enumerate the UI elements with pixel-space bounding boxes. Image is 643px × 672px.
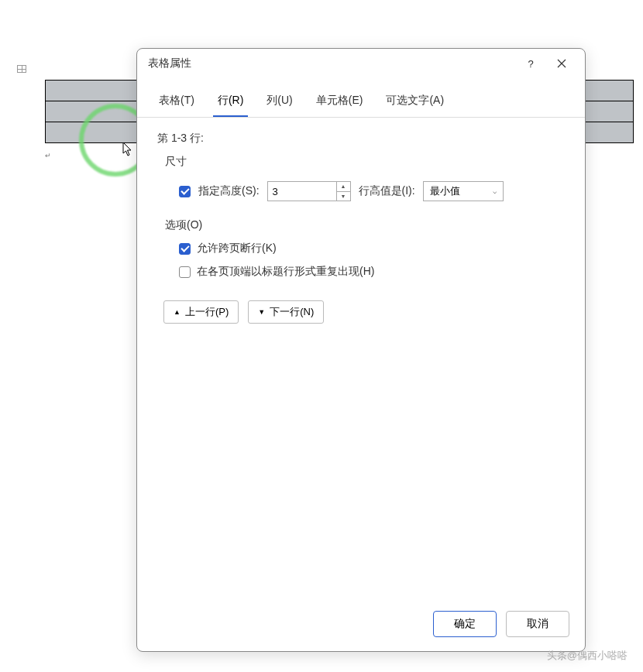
dialog-titlebar: 表格属性 ? — [137, 49, 585, 83]
size-section-label: 尺寸 — [165, 155, 565, 169]
allow-break-checkbox[interactable] — [179, 243, 191, 255]
height-row: 指定高度(S): ▲ ▼ 行高值是(I): 最小值 ⌵ — [179, 181, 565, 201]
tab-column[interactable]: 列(U) — [262, 89, 297, 117]
row-height-type-select[interactable]: 最小值 ⌵ — [423, 181, 504, 201]
tab-row[interactable]: 行(R) — [213, 89, 248, 117]
help-button[interactable]: ? — [515, 53, 546, 74]
repeat-header-label: 在各页顶端以标题行形式重复出现(H) — [197, 265, 374, 279]
next-row-button[interactable]: ▼ 下一行(N) — [248, 300, 324, 324]
height-input[interactable] — [268, 182, 336, 201]
allow-break-label: 允许跨页断行(K) — [197, 242, 277, 255]
spinner-down[interactable]: ▼ — [337, 192, 350, 201]
close-icon — [557, 59, 566, 68]
specify-height-label: 指定高度(S): — [198, 184, 260, 198]
paragraph-mark: ↵ — [45, 152, 51, 159]
tab-cell[interactable]: 单元格(E) — [311, 89, 368, 117]
cursor-icon — [122, 142, 135, 159]
triangle-down-icon: ▼ — [258, 308, 265, 316]
row-nav-buttons: ▲ 上一行(P) ▼ 下一行(N) — [163, 300, 565, 324]
height-spinner[interactable]: ▲ ▼ — [267, 181, 351, 201]
options-section-label: 选项(O) — [165, 218, 565, 232]
repeat-header-row: 在各页顶端以标题行形式重复出现(H) — [179, 265, 565, 279]
dialog-content: 第 1-3 行: 尺寸 指定高度(S): ▲ ▼ 行高值是(I): 最小值 ⌵ … — [137, 118, 585, 602]
table-move-handle — [17, 65, 26, 73]
select-value: 最小值 — [430, 184, 460, 198]
dialog-footer: 确定 取消 — [137, 602, 585, 651]
allow-break-row: 允许跨页断行(K) — [179, 242, 565, 255]
prev-row-button[interactable]: ▲ 上一行(P) — [163, 300, 239, 324]
close-button[interactable] — [546, 53, 577, 74]
row-height-is-label: 行高值是(I): — [359, 184, 415, 198]
triangle-up-icon: ▲ — [174, 308, 181, 316]
prev-row-label: 上一行(P) — [185, 305, 229, 319]
row-range-label: 第 1-3 行: — [157, 132, 565, 146]
tabs-bar: 表格(T) 行(R) 列(U) 单元格(E) 可选文字(A) — [137, 83, 585, 118]
chevron-down-icon: ⌵ — [493, 187, 497, 195]
ok-button[interactable]: 确定 — [433, 611, 497, 637]
tab-table[interactable]: 表格(T) — [154, 89, 199, 117]
watermark-text: 头条@偶西小嗒嗒 — [547, 649, 628, 663]
repeat-header-checkbox[interactable] — [179, 266, 191, 278]
tab-alt-text[interactable]: 可选文字(A) — [381, 89, 449, 117]
specify-height-checkbox[interactable] — [179, 186, 191, 197]
table-properties-dialog: 表格属性 ? 表格(T) 行(R) 列(U) 单元格(E) 可选文字(A) 第 … — [136, 48, 586, 652]
dialog-title: 表格属性 — [148, 57, 515, 70]
spinner-buttons: ▲ ▼ — [336, 182, 350, 201]
spinner-up[interactable]: ▲ — [337, 182, 350, 192]
cancel-button[interactable]: 取消 — [506, 611, 569, 637]
next-row-label: 下一行(N) — [270, 305, 314, 319]
